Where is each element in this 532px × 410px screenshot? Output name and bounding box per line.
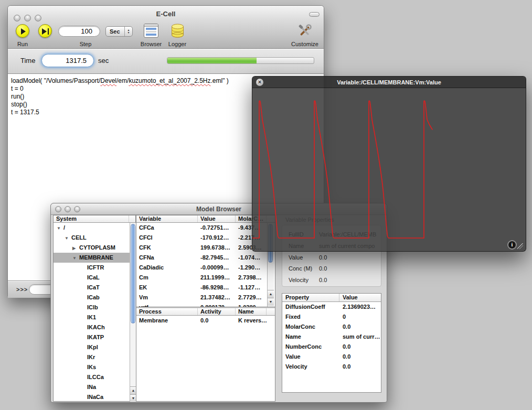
- prompt-label: >>>: [16, 286, 28, 293]
- tree-item-label: IKs: [87, 364, 96, 370]
- system-header[interactable]: System: [54, 215, 135, 223]
- tree-item[interactable]: ICaL: [54, 273, 135, 283]
- time-field[interactable]: 1317.5: [41, 54, 94, 67]
- plot-title: Variable:/CELL/MEMBRANE:Vm:Value: [252, 77, 526, 88]
- column-header-value[interactable]: Value: [339, 294, 380, 301]
- column-header-process[interactable]: Process: [136, 308, 198, 315]
- tree-item[interactable]: ICab: [54, 293, 135, 303]
- system-column-header[interactable]: System: [54, 215, 129, 222]
- property-row[interactable]: Namesum of curr…: [282, 332, 381, 342]
- tree-item[interactable]: ▼MEMBRANE: [54, 253, 135, 263]
- property-table-header[interactable]: PropertyValue: [282, 294, 381, 302]
- property-row[interactable]: Velocity0.0: [282, 362, 381, 372]
- tree-item[interactable]: ▼/: [54, 223, 135, 233]
- customize-button[interactable]: [297, 23, 313, 39]
- variable-row-cell: Cm: [136, 273, 198, 283]
- disclosure-closed-icon[interactable]: ▶: [72, 243, 79, 253]
- system-tree: ▼/▼CELL▶CYTOPLASM▼MEMBRANEICFTRICaLICaTI…: [54, 223, 135, 401]
- unit-stepper[interactable]: Sec ▲ ▼: [105, 26, 133, 37]
- variable-row[interactable]: EK-86.9298…-1.127…: [136, 283, 275, 293]
- disclosure-open-icon[interactable]: ▼: [65, 233, 71, 243]
- property-row[interactable]: DiffusionCoeff2.1369023…: [282, 302, 381, 312]
- time-label: Time: [20, 57, 35, 64]
- property-row-cell: 0.0: [339, 352, 381, 362]
- step-label: Step: [69, 41, 102, 47]
- property-row-cell: Velocity: [282, 362, 339, 372]
- column-header-property[interactable]: Property: [282, 294, 339, 301]
- process-table-header[interactable]: ProcessActivityName: [136, 308, 275, 316]
- property-row[interactable]: Fixed0: [282, 312, 381, 322]
- property-field: Velocity0.0: [289, 274, 381, 285]
- vm-trace: [252, 101, 432, 238]
- variable-row[interactable]: Cm211.1999…2.7398…: [136, 273, 275, 283]
- variable-row[interactable]: Vm21.37482…2.7729…: [136, 293, 275, 303]
- step-bar-icon: [48, 28, 49, 35]
- disclosure-open-icon[interactable]: ▼: [72, 253, 79, 263]
- variable-row[interactable]: vrtf0.8001701.0380: [136, 303, 275, 307]
- tree-item[interactable]: ICaT: [54, 283, 135, 293]
- step-size-field[interactable]: 100: [58, 26, 100, 37]
- tree-item[interactable]: IK1: [54, 312, 135, 322]
- scroll-down-button[interactable]: ▼: [268, 298, 274, 306]
- unit-value: Sec: [110, 27, 120, 36]
- console-text: t = 1317.5: [11, 109, 39, 116]
- tree-item[interactable]: IKs: [54, 362, 135, 372]
- variable-row[interactable]: CFNa-82.7945…-1.074…: [136, 253, 275, 263]
- property-row[interactable]: Value0.0: [282, 352, 381, 362]
- column-header-activity[interactable]: Activity: [198, 308, 236, 315]
- resize-grip[interactable]: [517, 243, 523, 249]
- tree-item-label: IKACh: [87, 324, 105, 330]
- variable-row[interactable]: CaDiadic-0.00099…-1.290…: [136, 263, 275, 273]
- scrollbar-thumb[interactable]: [131, 224, 135, 323]
- tree-item[interactable]: IClb: [54, 303, 135, 312]
- tree-item[interactable]: ICFTR: [54, 263, 135, 273]
- tree-item[interactable]: IKACh: [54, 322, 135, 332]
- field-value: 0.0: [319, 277, 327, 283]
- ecell-titlebar[interactable]: E-Cell 100 Sec ▲ ▼: [8, 6, 324, 49]
- database-icon: [171, 23, 185, 38]
- tree-item[interactable]: INa: [54, 382, 135, 392]
- tree-item[interactable]: IKpl: [54, 342, 135, 352]
- field-value: 0.0: [319, 254, 327, 261]
- variable-row-cell: -82.7945…: [198, 253, 236, 263]
- tree-item-label: ICFTR: [87, 264, 104, 271]
- variable-row-cell: 199.6738…: [198, 243, 236, 253]
- property-row[interactable]: MolarConc0.0: [282, 322, 381, 332]
- disclosure-open-icon[interactable]: ▼: [57, 223, 63, 233]
- tree-item[interactable]: IKATP: [54, 332, 135, 342]
- column-header-name[interactable]: Name: [236, 308, 267, 315]
- tree-item[interactable]: ▶CYTOPLASM: [54, 243, 135, 253]
- property-row-cell: 0.0: [339, 362, 381, 372]
- stepper-down-icon[interactable]: ▼: [127, 31, 130, 34]
- tree-item[interactable]: INaCa: [54, 392, 135, 401]
- variable-row-cell: CFCa: [136, 223, 198, 233]
- process-row[interactable]: Membrane0.0K revers…: [136, 316, 275, 326]
- tree-item[interactable]: ILCCa: [54, 372, 135, 382]
- column-header-variable[interactable]: Variable: [136, 215, 198, 222]
- tree-item[interactable]: ▼CELL: [54, 233, 135, 243]
- column-header-value[interactable]: Value: [198, 215, 236, 222]
- scroll-up-button[interactable]: ▲: [268, 290, 274, 298]
- customize-label: Customize: [284, 41, 326, 47]
- tree-item[interactable]: IKr: [54, 352, 135, 362]
- stepper-arrows-icon[interactable]: ▲ ▼: [124, 27, 132, 36]
- property-row-cell: sum of curr…: [339, 332, 381, 342]
- browser-label: Browser: [135, 41, 167, 47]
- tree-item-label: INa: [87, 384, 96, 390]
- tree-item-label: CYTOPLASM: [79, 244, 115, 251]
- process-row-cell: Membrane: [136, 316, 198, 326]
- desktop: E-Cell 100 Sec ▲ ▼: [0, 0, 532, 410]
- run-label: Run: [8, 41, 37, 47]
- info-button[interactable]: i: [507, 240, 517, 250]
- step-forward-button[interactable]: [38, 24, 52, 38]
- plot-titlebar[interactable]: × Variable:/CELL/MEMBRANE:Vm:Value: [252, 77, 526, 88]
- toolbar-collapse-button[interactable]: [309, 12, 320, 17]
- logger-button[interactable]: [171, 23, 185, 38]
- browser-button[interactable]: [144, 24, 158, 38]
- run-button[interactable]: [16, 24, 29, 38]
- console-text: run(): [11, 93, 24, 100]
- variable-row-cell: CaDiadic: [136, 263, 198, 273]
- property-row-cell: 2.1369023…: [339, 302, 381, 312]
- browser-icon-row: [146, 28, 156, 30]
- property-row[interactable]: NumberConc0.0: [282, 342, 381, 352]
